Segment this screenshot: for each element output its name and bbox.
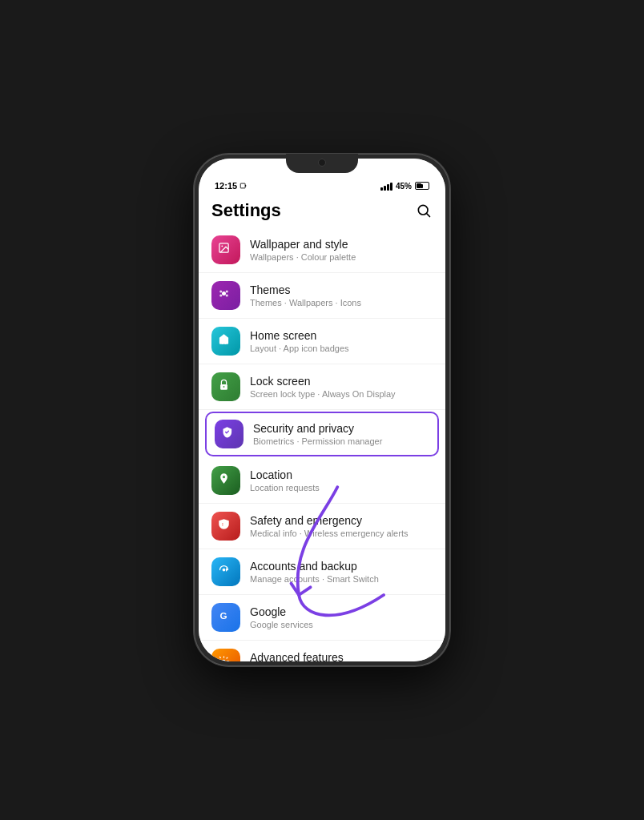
battery-icon [415,182,429,190]
svg-point-13 [223,476,225,478]
status-right-icons: 45% [380,182,429,191]
item-title-lock-screen: Lock screen [250,375,433,388]
battery-pct: 45% [396,182,412,191]
item-subtitle-lock-screen: Screen lock type · Always On Display [250,389,433,399]
item-text-security: Security and privacy Biometrics · Permis… [253,422,429,446]
item-text-accounts: Accounts and backup Manage accounts · Sm… [250,560,433,584]
settings-item-location[interactable]: Location Location requests [199,458,445,504]
svg-point-10 [226,294,228,296]
icon-security [215,420,244,448]
phone-screen: 12:15 45% [199,159,445,661]
icon-location [211,466,240,495]
front-camera [318,159,326,167]
item-text-google: Google Google services [250,605,433,629]
media-icon [239,182,248,190]
settings-item-accounts[interactable]: Accounts and backup Manage accounts · Sm… [199,549,445,595]
svg-point-5 [221,245,223,247]
svg-point-12 [223,386,225,388]
item-title-themes: Themes [250,283,433,296]
item-subtitle-wallpaper: Wallpapers · Colour palette [250,252,433,262]
signal-bar-4 [390,183,392,191]
settings-item-themes[interactable]: Themes Themes · Wallpapers · Icons [199,273,445,319]
item-title-advanced: Advanced features [250,651,433,661]
item-text-home-screen: Home screen Layout · App icon badges [250,329,433,353]
item-text-location: Location Location requests [250,468,433,492]
item-title-security: Security and privacy [253,422,429,435]
svg-point-8 [226,290,228,292]
item-title-wallpaper: Wallpaper and style [250,238,433,251]
icon-google: G [211,603,240,632]
svg-point-7 [219,290,222,292]
item-subtitle-home-screen: Layout · App icon badges [250,344,433,353]
notch [286,154,358,173]
svg-point-17 [223,660,226,661]
icon-wallpaper [211,235,240,264]
item-title-google: Google [250,605,433,618]
search-icon [416,203,432,219]
svg-marker-1 [245,185,247,187]
item-subtitle-security: Biometrics · Permission manager [253,436,429,446]
settings-item-google[interactable]: G Google Google services [199,595,445,641]
svg-point-15 [223,569,226,572]
item-title-safety: Safety and emergency [250,514,433,527]
svg-point-6 [222,291,226,295]
icon-safety: ! [211,512,240,541]
signal-bar-3 [387,184,389,191]
svg-line-3 [427,214,430,217]
item-title-home-screen: Home screen [250,329,433,342]
settings-list: Wallpaper and style Wallpapers · Colour … [199,227,445,661]
search-button[interactable] [415,202,433,219]
svg-text:!: ! [222,522,223,527]
settings-item-home-screen[interactable]: Home screen Layout · App icon badges [199,319,445,364]
item-title-location: Location [250,468,433,481]
signal-bar-2 [384,186,386,191]
signal-icon [380,182,392,191]
icon-accounts [211,557,240,586]
svg-point-2 [418,205,428,215]
settings-item-lock-screen[interactable]: Lock screen Screen lock type · Always On… [199,364,445,410]
settings-item-advanced[interactable]: Advanced features Labs · Side key [199,641,445,661]
settings-item-wallpaper[interactable]: Wallpaper and style Wallpapers · Colour … [199,227,445,273]
item-text-safety: Safety and emergency Medical info · Wire… [250,514,433,538]
item-subtitle-location: Location requests [250,483,433,492]
item-title-accounts: Accounts and backup [250,560,433,573]
signal-bar-1 [380,187,383,191]
battery-tip [421,184,423,188]
item-text-themes: Themes Themes · Wallpapers · Icons [250,283,433,308]
svg-point-9 [219,294,222,296]
item-subtitle-themes: Themes · Wallpapers · Icons [250,298,433,308]
status-time: 12:15 [215,181,248,191]
svg-text:G: G [220,610,227,621]
time-display: 12:15 [215,181,237,191]
item-text-wallpaper: Wallpaper and style Wallpapers · Colour … [250,238,433,262]
icon-advanced [211,649,240,661]
icon-themes [211,281,240,310]
item-subtitle-safety: Medical info · Wireless emergency alerts [250,529,433,538]
settings-item-security[interactable]: Security and privacy Biometrics · Permis… [205,412,439,456]
svg-rect-0 [240,183,245,188]
item-text-advanced: Advanced features Labs · Side key [250,651,433,661]
item-text-lock-screen: Lock screen Screen lock type · Always On… [250,375,433,399]
settings-item-safety[interactable]: ! Safety and emergency Medical info · Wi… [199,504,445,549]
page-title: Settings [211,200,281,221]
page-header: Settings [199,194,445,227]
icon-home-screen [211,327,240,356]
item-subtitle-accounts: Manage accounts · Smart Switch [250,574,433,584]
icon-lock-screen [211,372,240,401]
phone-frame: 12:15 45% [194,154,450,666]
item-subtitle-google: Google services [250,620,433,629]
